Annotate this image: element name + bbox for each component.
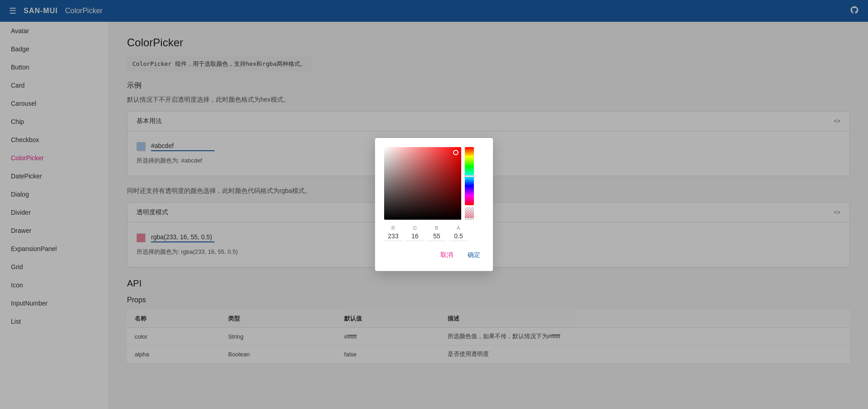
hue-thumb [464,175,475,177]
gradient-dark [384,147,461,220]
g-label: G [413,225,417,231]
rgba-col-b: B 55 [428,225,446,241]
color-picker-dialog: R 233 G 16 B 55 A 0.5 取消 确定 [375,138,493,271]
cancel-button[interactable]: 取消 [437,248,457,262]
color-picker-canvas-area [384,147,484,220]
hue-slider[interactable] [465,147,474,205]
r-label: R [391,225,395,231]
r-value[interactable]: 233 [384,232,402,241]
dialog-actions: 取消 确定 [384,248,484,262]
rgba-col-a: A 0.5 [449,225,468,241]
g-value[interactable]: 16 [406,232,424,241]
picker-circle[interactable] [453,150,458,155]
b-value[interactable]: 55 [428,232,446,241]
overlay: R 233 G 16 B 55 A 0.5 取消 确定 [0,0,868,409]
b-label: B [435,225,438,231]
a-label: A [457,225,460,231]
confirm-button[interactable]: 确定 [464,248,484,262]
rgba-col-g: G 16 [406,225,424,241]
sliders-area [465,147,474,220]
gradient-canvas[interactable] [384,147,461,220]
alpha-slider[interactable] [465,207,474,220]
alpha-thumb [465,218,474,220]
rgba-inputs: R 233 G 16 B 55 A 0.5 [384,225,484,241]
rgba-col-r: R 233 [384,225,402,241]
a-value[interactable]: 0.5 [449,232,468,241]
